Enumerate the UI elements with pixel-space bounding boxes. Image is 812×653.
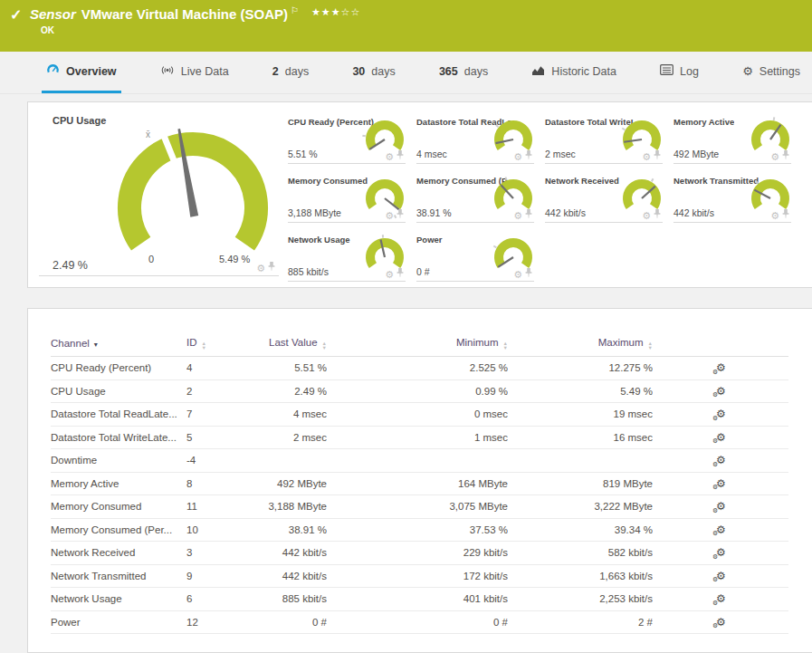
main-gauge-tile[interactable]: CPU Usage x̄ 0 5.49 % 2.49 % ⚙ (39, 113, 279, 276)
gauge-tile[interactable]: Memory Active 492 MByte ⚙ (673, 117, 791, 164)
flag-icon[interactable]: ⚐ (291, 5, 299, 15)
channel-settings-gears-icon[interactable]: ⚙⚙ (716, 547, 726, 559)
channel-name[interactable]: Power (51, 610, 186, 634)
gear-icon[interactable]: ⚙ (385, 211, 394, 221)
gear-icon[interactable]: ⚙ (385, 152, 394, 162)
channel-settings-gears-icon[interactable]: ⚙⚙ (716, 455, 726, 466)
channel-settings-gears-icon[interactable]: ⚙⚙ (716, 386, 726, 398)
pin-icon[interactable] (654, 206, 661, 221)
tab-log[interactable]: Log (655, 52, 703, 93)
gauge-tile[interactable]: Memory Consumed (P... 38.91 % ⚙ (416, 176, 534, 223)
channel-minimum: 1 msec (327, 426, 508, 449)
gear-icon[interactable]: ⚙ (642, 211, 651, 221)
channel-settings-gears-icon[interactable]: ⚙⚙ (716, 524, 726, 536)
table-row: Datastore Total WriteLate... 5 2 msec 1 … (51, 426, 788, 449)
channel-id: 3 (186, 542, 259, 565)
channel-settings-gears-icon[interactable]: ⚙⚙ (716, 617, 726, 629)
tab-live-data[interactable]: Live Data (156, 52, 234, 93)
channel-id: 12 (186, 610, 259, 634)
tab-2-days[interactable]: 2 days (268, 52, 313, 93)
gauge-title: Network Received (545, 176, 619, 186)
gauge-value: 442 kbit/s (673, 207, 714, 218)
gauge-min-label: 0 (148, 254, 154, 264)
channel-settings-gears-icon[interactable]: ⚙⚙ (716, 593, 726, 605)
channel-name[interactable]: Network Usage (51, 588, 186, 611)
gauge-tile[interactable]: Datastore Total ReadLa... 4 msec ⚙ (416, 117, 534, 164)
gear-icon[interactable]: ⚙ (256, 264, 265, 274)
channel-name[interactable]: CPU Ready (Percent) (51, 357, 186, 380)
pin-icon[interactable] (782, 148, 789, 162)
table-header-row: Channel▾ ID▲▼ Last Value▲▼ Minimum▲▼ Max… (51, 332, 788, 357)
channel-name[interactable]: Memory Consumed (Per... (51, 518, 186, 542)
channel-settings-gears-icon[interactable]: ⚙⚙ (716, 362, 726, 374)
channel-name[interactable]: Memory Consumed (51, 495, 186, 519)
tab-overview[interactable]: Overview (42, 52, 121, 93)
channel-maximum: 12.275 % (508, 357, 653, 380)
column-header-channel[interactable]: Channel▾ (51, 332, 186, 357)
channel-minimum: 172 kbit/s (327, 564, 508, 588)
channel-last-value: 492 MByte (259, 472, 327, 495)
channel-settings-gears-icon[interactable]: ⚙⚙ (716, 432, 726, 444)
channel-last-value: 2.49 % (259, 379, 327, 403)
channel-minimum: 229 kbit/s (327, 542, 508, 565)
pin-icon[interactable] (654, 148, 661, 162)
column-header-last-value[interactable]: Last Value▲▼ (259, 332, 327, 357)
channel-name[interactable]: Downtime (51, 449, 186, 473)
channel-minimum: 0 # (327, 610, 508, 634)
column-header-maximum[interactable]: Maximum▲▼ (508, 332, 653, 357)
channel-name[interactable]: Network Received (51, 542, 186, 565)
channel-last-value: 3,188 MByte (259, 495, 327, 519)
gauge-tile[interactable]: Network Usage 885 kbit/s ⚙ (288, 235, 406, 282)
channel-name[interactable]: Datastore Total ReadLate... (51, 403, 186, 427)
gear-icon[interactable]: ⚙ (513, 152, 522, 162)
channel-name[interactable]: Memory Active (51, 472, 186, 495)
gear-icon[interactable]: ⚙ (770, 152, 779, 162)
gear-icon[interactable]: ⚙ (385, 270, 394, 280)
channels-table: Channel▾ ID▲▼ Last Value▲▼ Minimum▲▼ Max… (51, 332, 788, 634)
gauge-tile[interactable]: Datastore Total WriteL... 2 msec ⚙ (545, 117, 663, 164)
pin-icon[interactable] (268, 259, 275, 274)
priority-stars[interactable]: ★★★☆☆ (311, 6, 360, 17)
column-header-minimum[interactable]: Minimum▲▼ (327, 332, 508, 357)
channel-name[interactable]: CPU Usage (51, 379, 186, 403)
channel-minimum: 0 msec (327, 403, 508, 427)
channels-panel: Channel▾ ID▲▼ Last Value▲▼ Minimum▲▼ Max… (27, 308, 812, 653)
pin-icon[interactable] (525, 265, 532, 280)
pin-icon[interactable] (396, 206, 404, 221)
sensor-header: ✓ SensorVMware Virtual Machine (SOAP)⚐★★… (0, 0, 812, 52)
gear-icon[interactable]: ⚙ (513, 270, 522, 280)
tab-365-days[interactable]: 365 days (435, 52, 492, 93)
channel-name[interactable]: Network Transmitted (51, 564, 186, 588)
pin-icon[interactable] (396, 265, 404, 280)
tab-label: Historic Data (551, 65, 616, 78)
pin-icon[interactable] (525, 148, 532, 162)
channel-maximum: 1,663 kbit/s (508, 564, 653, 588)
channel-settings-gears-icon[interactable]: ⚙⚙ (716, 408, 726, 420)
status-ok-check-icon: ✓ (10, 6, 22, 24)
gauge-value: 3,188 MByte (288, 207, 341, 218)
gear-icon[interactable]: ⚙ (770, 211, 779, 221)
tab-settings[interactable]: ⚙ Settings (738, 52, 805, 93)
gauge-tile[interactable]: Network Received 442 kbit/s ⚙ (545, 176, 663, 223)
pin-icon[interactable] (396, 148, 404, 162)
gauge-tile[interactable]: Power 0 # ⚙ (416, 235, 534, 282)
gear-icon[interactable]: ⚙ (513, 211, 522, 221)
tab-historic-data[interactable]: Historic Data (527, 52, 621, 93)
gauge-value: 442 kbit/s (545, 207, 586, 218)
channel-minimum (327, 449, 508, 473)
channel-settings-gears-icon[interactable]: ⚙⚙ (716, 478, 726, 490)
channel-maximum: 2,253 kbit/s (508, 588, 653, 611)
gauge-tile[interactable]: CPU Ready (Percent) 5.51 % ⚙ (288, 117, 406, 164)
channel-settings-gears-icon[interactable]: ⚙⚙ (716, 571, 726, 582)
channel-minimum: 37.53 % (327, 518, 508, 542)
column-header-id[interactable]: ID▲▼ (186, 332, 259, 357)
tab-30-days[interactable]: 30 days (348, 52, 399, 93)
gauge-tile[interactable]: Memory Consumed 3,188 MByte ⚙ (288, 176, 406, 223)
channel-settings-gears-icon[interactable]: ⚙⚙ (716, 501, 726, 513)
gear-icon[interactable]: ⚙ (642, 152, 651, 162)
gauge-tile[interactable]: Network Transmitted 442 kbit/s ⚙ (673, 176, 791, 223)
pin-icon[interactable] (525, 206, 532, 221)
table-row: Downtime -4 ⚙⚙ (51, 449, 788, 473)
channel-name[interactable]: Datastore Total WriteLate... (51, 426, 186, 449)
pin-icon[interactable] (782, 206, 789, 221)
